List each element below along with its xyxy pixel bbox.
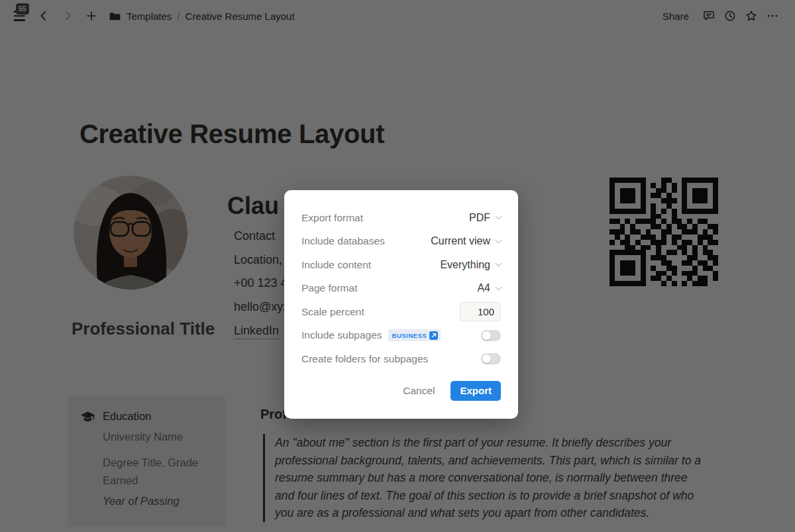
include-content-row: Include content Everything xyxy=(301,253,501,277)
scale-percent-input[interactable] xyxy=(460,302,501,321)
export-format-select[interactable]: PDF xyxy=(469,212,501,224)
include-databases-label: Include databases xyxy=(301,235,385,247)
include-databases-select[interactable]: Current view xyxy=(431,235,501,247)
include-subpages-row: Include subpages BUSINESS xyxy=(301,324,501,348)
chevron-down-icon xyxy=(496,284,502,290)
business-plan-badge[interactable]: BUSINESS xyxy=(388,329,441,341)
include-content-select[interactable]: Everything xyxy=(440,259,501,271)
scale-percent-row: Scale percent xyxy=(301,300,501,324)
export-button[interactable]: Export xyxy=(450,381,501,401)
page-format-label: Page format xyxy=(301,282,357,294)
export-format-label: Export format xyxy=(301,212,363,224)
include-databases-row: Include databases Current view xyxy=(301,230,501,254)
create-folders-toggle[interactable] xyxy=(481,353,501,364)
cancel-button[interactable]: Cancel xyxy=(403,385,435,397)
scale-percent-label: Scale percent xyxy=(301,306,364,318)
page-format-select[interactable]: A4 xyxy=(477,282,501,294)
create-folders-label: Create folders for subpages xyxy=(301,353,428,365)
include-subpages-toggle[interactable] xyxy=(481,330,501,341)
export-format-row: Export format PDF xyxy=(301,206,501,230)
export-dialog: Export format PDF Include databases Curr… xyxy=(284,190,518,419)
page-format-row: Page format A4 xyxy=(301,277,501,301)
notion-window: 55 Templates / Creative Resume Layout Sh… xyxy=(0,0,795,532)
chevron-down-icon xyxy=(496,260,502,267)
upgrade-arrow-icon xyxy=(429,331,438,340)
include-subpages-label: Include subpages BUSINESS xyxy=(301,329,441,341)
create-folders-row: Create folders for subpages xyxy=(301,347,501,371)
chevron-down-icon xyxy=(496,213,502,220)
dialog-footer: Cancel Export xyxy=(301,381,501,401)
include-content-label: Include content xyxy=(301,259,371,271)
chevron-down-icon xyxy=(496,237,502,243)
